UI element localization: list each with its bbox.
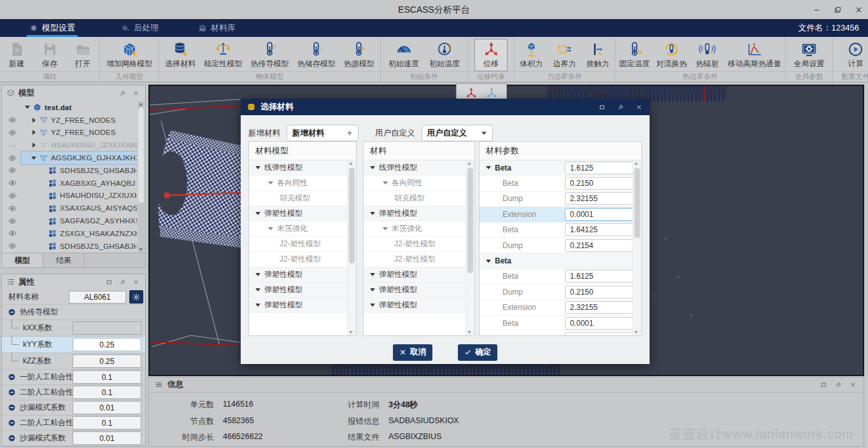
tab-model-setup[interactable]: 模型设置 — [23, 19, 82, 37]
param-value-input[interactable]: 0.0001 — [565, 208, 633, 221]
ribbon-button[interactable]: 热源模型 — [341, 39, 377, 71]
tab-material-library[interactable]: 材料库 — [192, 19, 242, 37]
expander-open-icon[interactable] — [30, 157, 38, 160]
tab-model[interactable]: 模型 — [2, 253, 43, 267]
ribbon-button[interactable]: 初始温度 — [427, 39, 462, 71]
restore-icon[interactable] — [104, 277, 114, 287]
visibility-toggle[interactable] — [3, 166, 21, 174]
tree-item[interactable]: XAGBSXG_AYHAQBJ — [3, 177, 137, 190]
ribbon-button[interactable]: 对流换热 — [653, 39, 689, 71]
dialog-header[interactable]: 选择材料 — [241, 99, 650, 115]
tree-item[interactable]: test.dat — [3, 101, 137, 114]
param-value-input[interactable]: 0.2150 — [565, 177, 633, 190]
confirm-button[interactable]: 确定 — [458, 344, 497, 361]
property-value-input[interactable]: 0.01 — [73, 431, 141, 445]
axis-red-icon[interactable] — [465, 87, 478, 99]
param-value-input[interactable]: 2.32155 — [565, 301, 633, 314]
expander-open-icon[interactable] — [24, 106, 31, 109]
cancel-button[interactable]: 取消 — [393, 344, 432, 361]
ribbon-button[interactable]: 固定温度 — [616, 39, 652, 71]
visibility-toggle-hidden[interactable] — [3, 141, 21, 150]
visibility-toggle[interactable] — [3, 217, 21, 225]
visibility-toggle[interactable] — [3, 204, 21, 213]
visibility-toggle[interactable] — [3, 154, 21, 162]
material-tree-item[interactable]: 线弹性模型 — [364, 160, 466, 176]
pin-icon[interactable] — [615, 102, 625, 112]
property-value-input[interactable]: 0.25 — [73, 338, 141, 351]
param-value-input[interactable]: 1.64125 — [565, 332, 633, 335]
property-value-input[interactable]: 0.1 — [73, 416, 141, 430]
material-tree-item[interactable]: 各向同性 — [364, 176, 466, 191]
param-value-input[interactable]: 0.2150 — [565, 286, 633, 298]
material-tree-item[interactable]: 弹塑性模型 — [249, 298, 348, 313]
param-value-input[interactable]: 2.32155 — [565, 192, 633, 205]
visibility-toggle[interactable] — [3, 129, 21, 137]
ribbon-button[interactable]: 热传导模型 — [248, 39, 291, 71]
material-tree-item[interactable]: J2-塑性模型 — [249, 237, 348, 252]
tree-item[interactable]: HSAUHDISU_JZXIUXHAHX — [3, 139, 137, 151]
material-settings-button[interactable] — [129, 290, 143, 304]
material-tree-item[interactable]: J2-塑性模型 — [364, 237, 466, 252]
ribbon-button[interactable]: 新建 — [0, 39, 33, 71]
model-tree-scrollbar[interactable] — [138, 101, 145, 253]
tree-item[interactable]: HSAUHDISU_JZXIUXHAHX — [3, 190, 137, 202]
expander-closed-icon[interactable] — [30, 130, 38, 135]
material-tree-item[interactable]: 各向同性 — [249, 176, 348, 191]
column-scrollbar[interactable] — [466, 160, 474, 335]
tree-item[interactable]: SAGFASGZ_ASYHHXSN — [3, 214, 137, 227]
close-icon[interactable] — [131, 88, 141, 98]
ribbon-button[interactable]: 热储存模型 — [295, 39, 338, 71]
axis-blue-icon[interactable] — [485, 87, 498, 99]
property-value-input[interactable]: 0.1 — [73, 370, 141, 384]
material-name-input[interactable]: AL6061 — [69, 291, 126, 304]
maximize-icon[interactable] — [834, 6, 842, 14]
property-value-input[interactable]: 0.1 — [73, 386, 141, 399]
ribbon-button[interactable]: 选择材料 — [162, 39, 198, 71]
ribbon-button[interactable]: 打开 — [66, 39, 99, 71]
tree-item[interactable]: XSAXGAUS_AISYAQSH_ASHX — [3, 202, 137, 214]
tab-postprocess[interactable]: 后处理 — [115, 19, 165, 37]
material-tree-item[interactable]: 弹塑性模型 — [249, 267, 348, 283]
material-tree-item[interactable]: 弹塑性模型 — [364, 206, 466, 221]
restore-icon[interactable] — [597, 102, 607, 112]
material-tree-item[interactable]: J2-塑性模型 — [364, 252, 466, 267]
restore-icon[interactable] — [818, 380, 829, 390]
property-value-input[interactable]: 0.25 — [73, 354, 141, 368]
tab-results[interactable]: 结果 — [43, 253, 85, 267]
param-value-input[interactable]: 0.2154 — [565, 239, 633, 252]
material-tree-item[interactable]: 弹塑性模型 — [249, 283, 348, 298]
minimize-icon[interactable] — [813, 6, 821, 14]
expander-closed-icon[interactable] — [30, 143, 38, 148]
tree-item[interactable]: YZ_FREE_NODES — [3, 114, 137, 127]
visibility-toggle[interactable] — [3, 229, 21, 237]
close-icon[interactable] — [848, 380, 858, 390]
param-value-input[interactable]: 1.6125 — [565, 270, 633, 283]
custom-select[interactable]: 用户自定义 — [422, 125, 493, 141]
pin-icon[interactable] — [117, 277, 127, 287]
material-tree-item[interactable]: 线弹性模型 — [249, 160, 348, 176]
pin-icon[interactable] — [833, 380, 843, 390]
ribbon-button[interactable]: 全局设置 — [792, 39, 827, 71]
visibility-toggle[interactable] — [3, 242, 21, 250]
close-icon[interactable] — [131, 277, 141, 287]
plus-icon[interactable] — [346, 129, 358, 137]
material-tree-item[interactable]: 胡克模型 — [364, 191, 466, 206]
material-tree-item[interactable]: 米茨强化 — [364, 221, 466, 237]
property-value-input[interactable] — [73, 321, 141, 335]
tree-item[interactable]: SDHSBJZS_GHSABJHB_ZAHU — [3, 164, 137, 177]
close-icon[interactable] — [855, 6, 863, 14]
material-tree-item[interactable]: J2-塑性模型 — [249, 252, 348, 267]
tree-item[interactable]: YZ_FREE_NODES — [3, 127, 137, 139]
ribbon-button[interactable]: 保存 — [33, 39, 66, 71]
ribbon-button[interactable]: 初始速度 — [386, 39, 422, 71]
ribbon-button[interactable]: 接触力 — [581, 39, 615, 71]
visibility-toggle[interactable] — [3, 192, 21, 200]
column-scrollbar[interactable] — [347, 160, 356, 335]
tree-item[interactable]: AGSGKJKG_GJHXAJKHXA — [3, 151, 137, 164]
material-tree-item[interactable]: 弹塑性模型 — [249, 206, 348, 221]
tree-item[interactable]: SDHSBJZS_GHSABJHB_ZAHU — [3, 240, 137, 253]
material-tree-item[interactable]: 弹塑性模型 — [364, 298, 466, 313]
pin-icon[interactable] — [117, 88, 127, 98]
param-value-input[interactable]: 1.64125 — [565, 223, 633, 236]
ribbon-button[interactable]: 体积力 — [515, 39, 548, 71]
